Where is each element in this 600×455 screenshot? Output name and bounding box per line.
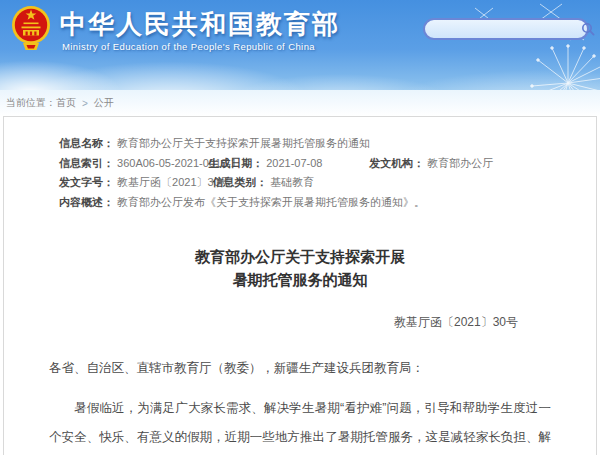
document-meta: 信息名称： 教育部办公厅关于支持探索开展暑期托管服务的通知 信息索引： 360A… bbox=[59, 134, 596, 212]
meta-index-label: 信息索引： bbox=[59, 157, 114, 169]
breadcrumb-section-link[interactable]: 公开 bbox=[94, 96, 114, 110]
document-title-line1: 教育部办公厅关于支持探索开展 bbox=[195, 248, 405, 265]
site-title: 中华人民共和国教育部 bbox=[60, 7, 340, 42]
document-body: 各省、自治区、直辖市教育厅（教委），新疆生产建设兵团教育局： 暑假临近，为满足广… bbox=[4, 358, 596, 455]
meta-date-value: 2021-07-08 bbox=[266, 154, 366, 174]
meta-docno-label: 发文字号： bbox=[59, 176, 114, 188]
meta-agency-label: 发文机构： bbox=[369, 157, 424, 169]
national-emblem-icon bbox=[11, 4, 51, 52]
meta-summary-value: 教育部办公厅发布《关于支持探索开展暑期托管服务的通知》。 bbox=[117, 196, 425, 208]
meta-docno-value: 教基厅函〔2021〕30号 bbox=[117, 173, 209, 193]
meta-name-label: 信息名称： bbox=[59, 137, 114, 149]
breadcrumb-prefix: 当前位置： bbox=[6, 96, 56, 110]
dandelion-decor-icon bbox=[508, 28, 600, 90]
meta-agency-value: 教育部办公厅 bbox=[427, 157, 493, 169]
breadcrumb-home-link[interactable]: 首页 bbox=[56, 96, 76, 110]
meta-row-name: 信息名称： 教育部办公厅关于支持探索开展暑期托管服务的通知 bbox=[59, 134, 596, 154]
meta-index-value: 360A06-05-2021-0018-1 bbox=[117, 154, 205, 174]
document-title: 教育部办公厅关于支持探索开展 暑期托管服务的通知 bbox=[4, 245, 596, 291]
meta-row-docno-category: 发文字号： 教基厅函〔2021〕30号 信息类别： 基础教育 bbox=[59, 173, 596, 193]
document-title-line2: 暑期托管服务的通知 bbox=[233, 271, 368, 288]
meta-name-value: 教育部办公厅关于支持探索开展暑期托管服务的通知 bbox=[117, 137, 370, 149]
body-paragraph-1: 暑假临近，为满足广大家长需求、解决学生暑期“看护难”问题，引导和帮助学生度过一个… bbox=[49, 394, 551, 455]
breadcrumb: 当前位置： 首页 > 公开 bbox=[0, 90, 600, 116]
meta-date-label: 生成日期： bbox=[208, 157, 263, 169]
salutation: 各省、自治区、直辖市教育厅（教委），新疆生产建设兵团教育局： bbox=[49, 358, 551, 378]
site-banner: 中华人民共和国教育部 Ministry of Education of the … bbox=[0, 0, 600, 90]
meta-row-index-date-agency: 信息索引： 360A06-05-2021-0018-1 生成日期： 2021-0… bbox=[59, 154, 596, 174]
content-panel: 信息名称： 教育部办公厅关于支持探索开展暑期托管服务的通知 信息索引： 360A… bbox=[3, 116, 597, 455]
breadcrumb-separator: > bbox=[82, 98, 88, 109]
meta-category-value: 基础教育 bbox=[270, 176, 314, 188]
meta-row-summary: 内容概述： 教育部办公厅发布《关于支持探索开展暑期托管服务的通知》。 bbox=[59, 193, 596, 213]
site-subtitle: Ministry of Education of the People's Re… bbox=[62, 41, 315, 52]
meta-summary-label: 内容概述： bbox=[59, 196, 114, 208]
meta-category-label: 信息类别： bbox=[212, 176, 267, 188]
document-number: 教基厅函〔2021〕30号 bbox=[4, 314, 596, 331]
